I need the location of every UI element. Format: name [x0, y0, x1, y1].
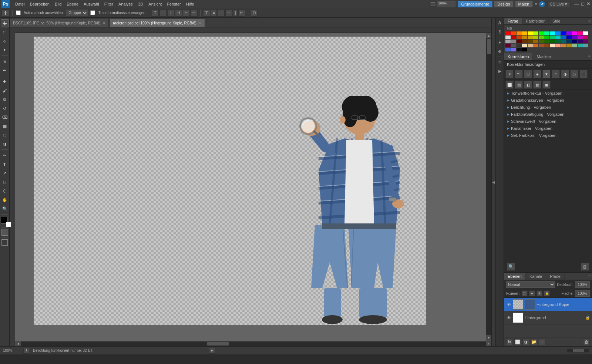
swatch-lime[interactable] [539, 36, 544, 39]
dist-vcenter-btn[interactable]: ≡ [211, 9, 217, 17]
blend-mode-select[interactable]: Normal [506, 281, 555, 288]
adj-panel-menu[interactable]: ≡ [587, 53, 592, 60]
adj-item-belichtung[interactable]: ▶ Belichtung - Vorgaben [504, 104, 592, 111]
dist-right-btn[interactable]: ⊢ [238, 9, 245, 17]
swatch-dark-green2[interactable] [555, 40, 561, 43]
adj-tab-korrekturen[interactable]: Korrekturen [504, 53, 533, 60]
menu-3d[interactable]: 3D [135, 1, 146, 7]
swatch-cyan[interactable] [550, 31, 555, 35]
menu-datei[interactable]: Datei [13, 1, 27, 7]
swatch-dark-magenta2[interactable] [583, 40, 588, 43]
layers-panel-menu[interactable]: ≡ [587, 273, 592, 280]
hscroll-track[interactable] [21, 342, 486, 346]
side-para-icon[interactable]: ¶ [497, 28, 503, 36]
align-vcenter-btn[interactable]: ⊥ [159, 9, 166, 17]
fix-position-btn[interactable]: ✛ [536, 290, 542, 296]
layers-tab-ebenen[interactable]: Ebenen [504, 273, 526, 280]
layers-tab-kanaele[interactable]: Kanäle [526, 273, 546, 280]
align-left-btn[interactable]: ⊣ [175, 9, 182, 17]
minimize-btn[interactable]: — [574, 1, 579, 7]
swatch-chocolate[interactable] [533, 44, 538, 47]
group-select[interactable]: Gruppe [66, 10, 88, 16]
move-tool[interactable] [1, 19, 9, 27]
tab-radieren[interactable]: radieren.psd bei 100% (Hintergrund Kopie… [110, 19, 205, 27]
swatch-maroon[interactable] [517, 40, 522, 43]
pen-tool[interactable]: ✏ [1, 151, 9, 159]
scroll-track[interactable] [486, 38, 491, 335]
adj-vibrance-icon[interactable]: ◈ [533, 70, 541, 78]
maximize-btn[interactable]: □ [581, 1, 584, 7]
swatch-black[interactable] [522, 48, 527, 51]
swatch-forest2[interactable] [550, 40, 555, 43]
adj-posterize-icon[interactable]: ▤ [515, 81, 523, 89]
layer-adj-btn[interactable]: ◑ [522, 338, 529, 345]
color-panel-menu[interactable]: ≡ [587, 18, 592, 24]
layer-new-btn[interactable]: + [539, 338, 545, 345]
swatch-blue-cyan[interactable] [555, 31, 561, 35]
fix-brush-btn[interactable]: ✒ [529, 290, 535, 296]
dist-bottom-btn[interactable]: ⊥ [218, 9, 225, 17]
tab-dscf[interactable]: DSCF1169.JPG bei 50% (Hintergrund Kopie,… [10, 19, 109, 27]
swatch-green[interactable] [539, 31, 544, 35]
shape-tool[interactable]: □ [1, 178, 9, 186]
swatch-forest[interactable] [544, 40, 549, 43]
screen-mode-btn[interactable] [1, 239, 8, 246]
swatch-gray[interactable] [505, 40, 511, 43]
color-tab-stile[interactable]: Stile [549, 18, 564, 24]
swatch-royal-blue[interactable] [505, 48, 511, 51]
swatch-green-cyan[interactable] [544, 31, 549, 35]
dist-left-btn[interactable]: ⊣ [225, 9, 232, 17]
layer-row-hintergrund-kopie[interactable]: 👁 Hintergrund Kopie [504, 298, 592, 311]
swatch-sienna[interactable] [539, 44, 544, 47]
swatch-dark-sea-green[interactable] [572, 44, 577, 47]
swatch-yellow-orange[interactable] [522, 31, 527, 35]
swatch-wheat[interactable] [522, 44, 527, 47]
path-select-tool[interactable]: ↗ [1, 169, 9, 177]
swatch-dark-gray[interactable] [511, 44, 516, 47]
flaeche-input[interactable] [575, 290, 590, 297]
swatch-white[interactable] [583, 31, 588, 35]
eyedropper-tool[interactable]: ✒ [1, 66, 9, 74]
status-info-btn[interactable]: ℹ [23, 348, 29, 354]
swatch-saddle-brown[interactable] [544, 44, 549, 47]
swatch-dark-pink[interactable] [583, 36, 588, 39]
scroll-down-arrow[interactable]: ▼ [486, 335, 492, 341]
dodge-tool[interactable]: ◑ [1, 140, 9, 148]
swatch-purple[interactable] [566, 31, 572, 35]
align-top-btn[interactable]: ⊤ [152, 9, 159, 17]
swatch-blue[interactable] [561, 31, 566, 35]
side-clone-icon[interactable]: ⊕ [497, 48, 503, 55]
adj-item-sel-farbkorr[interactable]: ▶ Sel. Farbkorr. - Vorgaben [504, 132, 592, 139]
swatch-almost-black[interactable] [517, 48, 522, 51]
swatch-burlywood[interactable] [528, 44, 533, 47]
healing-brush-tool[interactable]: ✚ [1, 78, 9, 86]
align-bottom-btn[interactable]: ⊥ [167, 9, 174, 17]
swatch-red-orange[interactable] [511, 31, 516, 35]
dist-hcenter-btn[interactable]: | [233, 9, 238, 17]
scroll-thumb[interactable] [487, 39, 491, 54]
swatch-medium-gray[interactable] [511, 40, 516, 43]
swatch-yellow-green[interactable] [533, 31, 538, 35]
swatch-peru[interactable] [561, 44, 566, 47]
adj-item-kanalmixer[interactable]: ▶ Kanalmixer - Vorgaben [504, 125, 592, 132]
zoom-selector[interactable]: 100% [437, 1, 455, 7]
more-workspaces[interactable]: » [535, 1, 538, 7]
swatch-dark-red[interactable] [511, 36, 516, 39]
tab-dscf-close[interactable]: ✕ [102, 21, 105, 25]
scroll-right-arrow[interactable]: ► [486, 341, 491, 347]
layer-delete-btn[interactable]: 🗑 [583, 338, 590, 345]
swatch-very-dark-gray[interactable] [517, 44, 522, 47]
side-actions-icon[interactable]: ▶ [497, 67, 503, 75]
background-color[interactable] [6, 222, 11, 227]
tab-radieren-close[interactable]: ✕ [199, 21, 202, 25]
swatch-bisque[interactable] [550, 44, 555, 47]
color-tab-farbe[interactable]: Farbe [504, 18, 522, 24]
layer-eye-1[interactable]: 👁 [506, 302, 511, 307]
adj-curves-icon[interactable]: 〜 [515, 70, 523, 78]
swatch-dark-green[interactable] [544, 36, 549, 39]
swatch-yellow[interactable] [528, 31, 533, 35]
status-play-btn[interactable]: ▶ [209, 348, 215, 354]
view-mode-icon[interactable] [430, 1, 436, 7]
swatch-dark-navy[interactable] [572, 40, 577, 43]
side-adjustments-icon[interactable]: ✦ [497, 39, 503, 46]
